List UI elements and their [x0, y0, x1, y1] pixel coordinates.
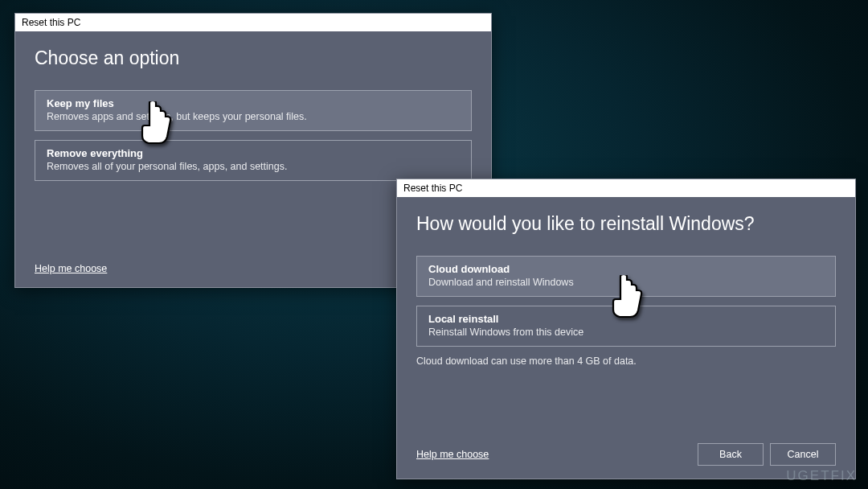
help-me-choose-link[interactable]: Help me choose	[35, 263, 107, 274]
window-title: Reset this PC	[403, 183, 462, 194]
titlebar: Reset this PC	[397, 179, 855, 197]
titlebar: Reset this PC	[15, 14, 491, 31]
option-local-reinstall[interactable]: Local reinstall Reinstall Windows from t…	[416, 306, 836, 347]
option-title: Cloud download	[428, 263, 824, 275]
option-desc: Download and reinstall Windows	[428, 277, 824, 288]
dialog-content: Choose an option Keep my files Removes a…	[15, 31, 491, 203]
option-keep-my-files[interactable]: Keep my files Removes apps and settings,…	[35, 90, 472, 131]
help-me-choose-link[interactable]: Help me choose	[416, 449, 489, 460]
option-cloud-download[interactable]: Cloud download Download and reinstall Wi…	[416, 256, 836, 297]
option-desc: Removes all of your personal files, apps…	[47, 161, 460, 172]
option-desc: Removes apps and settings, but keeps you…	[47, 111, 460, 122]
option-desc: Reinstall Windows from this device	[428, 327, 824, 338]
reset-pc-dialog-reinstall: Reset this PC How would you like to rein…	[396, 179, 856, 479]
cancel-button[interactable]: Cancel	[770, 443, 836, 466]
option-title: Remove everything	[47, 147, 460, 159]
button-row: Back Cancel	[698, 443, 836, 466]
watermark: UGETFIX	[786, 468, 857, 484]
option-remove-everything[interactable]: Remove everything Removes all of your pe…	[35, 140, 472, 181]
data-usage-note: Cloud download can use more than 4 GB of…	[416, 355, 836, 367]
window-title: Reset this PC	[22, 17, 80, 28]
dialog-footer: Help me choose Back Cancel	[416, 443, 836, 466]
option-title: Keep my files	[47, 97, 460, 109]
back-button[interactable]: Back	[698, 443, 764, 466]
dialog-heading: How would you like to reinstall Windows?	[416, 213, 836, 235]
dialog-heading: Choose an option	[35, 47, 472, 69]
dialog-content: How would you like to reinstall Windows?…	[397, 197, 855, 380]
option-title: Local reinstall	[428, 313, 824, 325]
